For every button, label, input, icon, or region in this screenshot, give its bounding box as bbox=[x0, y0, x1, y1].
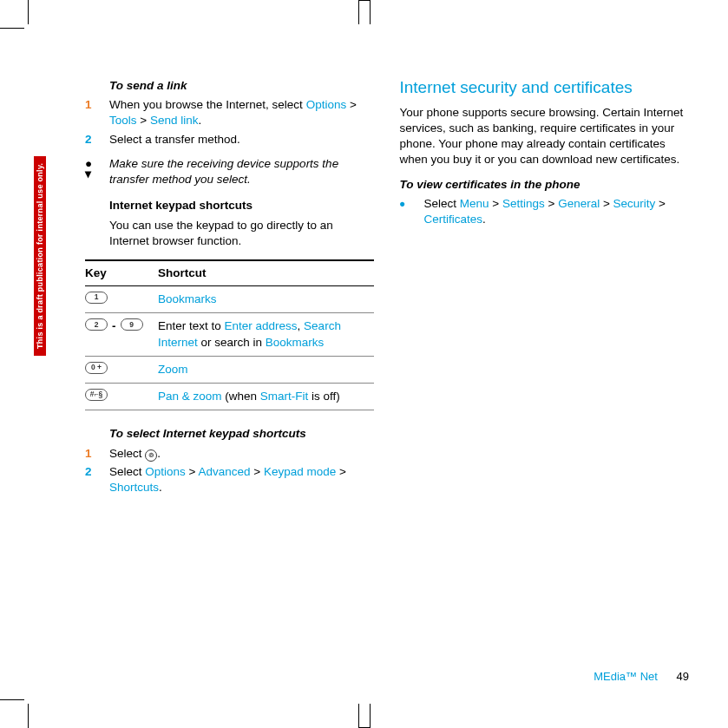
shortcut-link: Enter address bbox=[225, 319, 298, 332]
page-footer: MEdia™ Net 49 bbox=[594, 670, 689, 683]
nav-link: Send link bbox=[150, 114, 199, 127]
separator: > bbox=[137, 114, 150, 127]
shortcut-link: Pan & zoom bbox=[158, 390, 222, 403]
separator: > bbox=[251, 465, 264, 478]
step-text: Select Options > Advanced > Keypad mode … bbox=[109, 464, 374, 495]
select-shortcuts-steps: 1 Select ⊚. 2 Select Options > Advanced … bbox=[85, 446, 374, 496]
text: Select bbox=[109, 447, 145, 460]
list-item: 1 When you browse the Internet, select O… bbox=[85, 97, 374, 128]
text: . bbox=[157, 447, 161, 460]
heading-view-certificates: To view certificates in the phone bbox=[400, 177, 689, 193]
step-number: 2 bbox=[85, 464, 109, 495]
crop-mark bbox=[358, 704, 371, 728]
body-text: Your phone supports secure browsing. Cer… bbox=[400, 105, 689, 168]
shortcut-cell: Enter text to Enter address, Search Inte… bbox=[158, 318, 374, 350]
range-dash: - bbox=[110, 318, 118, 334]
key-cell: #⌐§ bbox=[85, 389, 158, 404]
keypad-key-icon: 9 bbox=[121, 318, 143, 331]
separator: > bbox=[336, 465, 346, 478]
step-text: Select a transfer method. bbox=[109, 132, 374, 148]
separator: > bbox=[655, 197, 666, 210]
crop-mark bbox=[0, 699, 24, 700]
certificates-steps: • Select Menu > Settings > General > Sec… bbox=[400, 196, 689, 227]
page-number: 49 bbox=[677, 670, 689, 683]
shortcut-link: Bookmarks bbox=[158, 292, 217, 305]
page-content: To send a link 1 When you browse the Int… bbox=[85, 78, 688, 694]
draft-watermark: This is a draft publication for internal… bbox=[34, 156, 46, 356]
heading-security: Internet security and certificates bbox=[400, 78, 689, 98]
nav-link: Options bbox=[145, 465, 186, 478]
table-row: #⌐§ Pan & zoom (when Smart-Fit is off) bbox=[85, 384, 374, 410]
nav-link: General bbox=[558, 197, 600, 210]
step-number: 1 bbox=[85, 446, 109, 462]
step-text: Select ⊚. bbox=[109, 446, 374, 462]
table-row: 1 Bookmarks bbox=[85, 286, 374, 313]
heading-send-link: To send a link bbox=[109, 78, 374, 94]
body-text: You can use the keypad to go directly to… bbox=[109, 218, 374, 249]
nav-link: Keypad mode bbox=[264, 465, 336, 478]
shortcut-link: Zoom bbox=[158, 363, 188, 376]
separator: > bbox=[346, 98, 357, 111]
shortcut-cell: Zoom bbox=[158, 362, 374, 377]
separator: > bbox=[489, 197, 502, 210]
footer-label: MEdia™ Net bbox=[594, 670, 658, 683]
text: . bbox=[198, 114, 201, 127]
crop-mark bbox=[28, 0, 29, 24]
list-item: 1 Select ⊚. bbox=[85, 446, 374, 462]
text: Enter text to bbox=[158, 319, 225, 332]
text: . bbox=[482, 213, 486, 226]
table-row: 0 + Zoom bbox=[85, 357, 374, 384]
note-callout: ●▾ Make sure the receiving device suppor… bbox=[85, 156, 374, 187]
nav-link: Tools bbox=[109, 114, 137, 127]
heading-select-shortcuts: To select Internet keypad shortcuts bbox=[109, 426, 374, 442]
nav-link: Certificates bbox=[424, 213, 483, 226]
list-item: 2 Select Options > Advanced > Keypad mod… bbox=[85, 464, 374, 495]
nav-link: Menu bbox=[460, 197, 489, 210]
text: Select bbox=[424, 197, 460, 210]
keypad-key-icon: 2 bbox=[85, 318, 108, 331]
shortcut-cell: Pan & zoom (when Smart-Fit is off) bbox=[158, 389, 374, 404]
keypad-key-icon: 0 + bbox=[85, 362, 108, 374]
col-header-shortcut: Shortcut bbox=[158, 266, 374, 281]
shortcut-cell: Bookmarks bbox=[158, 292, 374, 307]
nav-link: Security bbox=[613, 197, 656, 210]
step-text: When you browse the Internet, select Opt… bbox=[109, 97, 374, 128]
keypad-key-icon: 1 bbox=[85, 292, 108, 304]
nav-circle-icon: ⊚ bbox=[145, 449, 157, 462]
text: When you browse the Internet, select bbox=[109, 98, 306, 111]
bullet-icon: • bbox=[400, 196, 424, 227]
step-text: Select Menu > Settings > General > Secur… bbox=[424, 196, 689, 227]
info-icon: ●▾ bbox=[85, 156, 109, 187]
separator: > bbox=[186, 465, 199, 478]
list-item: • Select Menu > Settings > General > Sec… bbox=[400, 196, 689, 227]
text: (when bbox=[222, 390, 260, 403]
key-cell: 1 bbox=[85, 292, 158, 307]
note-text: Make sure the receiving device supports … bbox=[109, 156, 374, 187]
step-number: 1 bbox=[85, 97, 109, 128]
nav-link: Advanced bbox=[198, 465, 250, 478]
text: or search in bbox=[198, 336, 266, 349]
key-cell: 0 + bbox=[85, 362, 158, 377]
crop-mark bbox=[0, 28, 24, 29]
text: Select bbox=[109, 465, 145, 478]
col-header-key: Key bbox=[85, 266, 158, 281]
keypad-key-icon: #⌐§ bbox=[85, 389, 108, 401]
key-cell: 2-9 bbox=[85, 318, 158, 350]
shortcut-link: Bookmarks bbox=[266, 336, 325, 349]
send-link-steps: 1 When you browse the Internet, select O… bbox=[85, 97, 374, 148]
left-column: To send a link 1 When you browse the Int… bbox=[85, 78, 374, 694]
shortcut-link: Smart-Fit bbox=[260, 390, 309, 403]
crop-mark bbox=[358, 0, 371, 24]
crop-mark bbox=[28, 704, 29, 728]
step-number: 2 bbox=[85, 132, 109, 148]
heading-keypad-shortcuts: Internet keypad shortcuts bbox=[109, 198, 374, 213]
separator: > bbox=[545, 197, 558, 210]
list-item: 2 Select a transfer method. bbox=[85, 132, 374, 148]
table-row: 2-9 Enter text to Enter address, Search … bbox=[85, 313, 374, 356]
nav-link: Shortcuts bbox=[109, 481, 159, 494]
nav-link: Options bbox=[306, 98, 347, 111]
nav-link: Settings bbox=[502, 197, 545, 210]
table-header: Key Shortcut bbox=[85, 259, 374, 286]
shortcuts-table: Key Shortcut 1 Bookmarks 2-9 Enter text … bbox=[85, 259, 374, 410]
separator: > bbox=[600, 197, 613, 210]
